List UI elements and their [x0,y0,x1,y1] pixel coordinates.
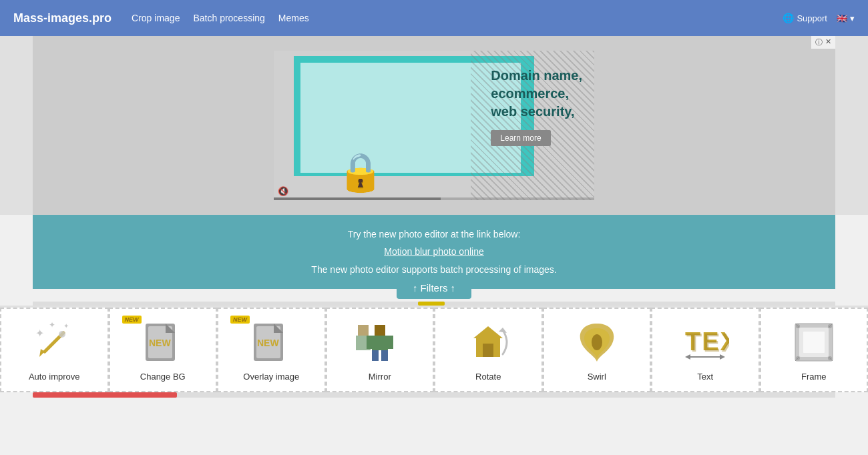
tool-rotate[interactable]: Rotate [434,308,543,392]
tool-auto-improve-label: Auto improve [29,372,80,382]
svg-rect-14 [375,325,385,336]
tool-text[interactable]: TEXT TEXT Text [651,308,760,392]
svg-rect-15 [372,336,388,350]
navbar: Mass-images.pro Crop image Batch process… [0,0,868,36]
bottom-scroll-fill [33,392,177,398]
svg-point-25 [592,334,602,350]
ad-close-icon[interactable]: ✕ [825,37,831,47]
rotate-icon [464,318,512,366]
svg-rect-33 [803,332,825,353]
nav-links: Crop image Batch processing Memes [132,13,309,23]
nav-memes[interactable]: Memes [278,13,309,23]
filters-button[interactable]: ↑ Filters ↑ [397,277,471,299]
chevron-down-icon: ▾ [850,13,855,23]
ad-mute-icon[interactable]: 🔇 [278,186,288,196]
ad-inner: 🔒 Domain name, ecommerce, web security, … [274,51,594,200]
svg-rect-19 [381,350,388,361]
svg-rect-21 [356,336,371,350]
text-icon: TEXT TEXT [681,318,729,366]
support-button[interactable]: 🌐 Support [783,13,827,23]
ad-lock-icon: 🔒 [337,153,384,191]
filters-btn-area: ↑ Filters ↑ [0,277,868,299]
ad-info-bar: ⓘ ✕ [811,36,835,49]
tool-mirror-label: Mirror [369,372,391,382]
overlay-image-icon: NEW [247,318,295,366]
bottom-scrollbar[interactable] [33,392,835,398]
svg-marker-24 [499,328,507,333]
tool-swirl[interactable]: Swirl [543,308,652,392]
mirror-icon [356,318,404,366]
svg-point-2 [59,331,65,338]
tool-mirror[interactable]: Mirror [326,308,435,392]
tool-change-bg[interactable]: NEW NEW Change BG [109,308,218,392]
tool-frame[interactable]: Frame [760,308,869,392]
overlay-new-badge: NEW [230,316,250,324]
tool-overlay-image[interactable]: NEW NEW Overlay image [217,308,326,392]
promo-link[interactable]: Motion blur photo online [384,246,483,257]
ad-info-icon: ⓘ [815,37,823,47]
svg-rect-18 [372,350,379,361]
frame-icon [790,318,838,366]
ad-headline-area: Domain name, ecommerce, web security, Le… [491,67,582,146]
auto-improve-icon: ✦ ✦ ✦ [30,318,78,366]
scroll-line-area [0,299,868,306]
ad-learn-more-button[interactable]: Learn more [491,130,550,146]
svg-text:✦: ✦ [35,328,44,339]
promo-line1: Try the new photo editor at the link bel… [46,227,822,242]
tool-frame-label: Frame [801,372,827,382]
svg-text:NEW: NEW [257,338,279,348]
svg-text:NEW: NEW [149,338,171,348]
navbar-right: 🌐 Support 🇬🇧 ▾ [783,13,855,23]
promo-line2: The new photo editor supports batch proc… [46,262,822,277]
tool-overlay-image-label: Overlay image [243,372,299,382]
change-bg-new-badge: NEW [122,316,142,324]
tools-area: ✦ ✦ ✦ Auto improve NEW NEW Change BG NEW [0,306,868,392]
tool-auto-improve[interactable]: ✦ ✦ ✦ Auto improve [0,308,109,392]
uk-flag-icon: 🇬🇧 [837,13,847,23]
globe-icon: 🌐 [783,13,794,23]
nav-crop-image[interactable]: Crop image [132,13,180,23]
svg-text:✦: ✦ [63,322,69,330]
svg-rect-17 [387,336,393,349]
scroll-line [33,302,835,306]
ad-progress-fill [274,197,441,200]
brand-logo[interactable]: Mass-images.pro [13,11,112,25]
change-bg-icon: NEW [139,318,187,366]
tool-swirl-label: Swirl [588,372,606,382]
bottom-scroll-area [0,392,868,398]
ad-headline: Domain name, ecommerce, web security, [491,67,582,121]
svg-text:TEXT: TEXT [686,329,729,357]
swirl-icon [573,318,621,366]
svg-rect-23 [483,344,493,357]
ad-container: ⓘ ✕ 🔒 Domain name, ecommerce, web securi… [33,36,835,215]
svg-rect-20 [358,325,369,336]
tool-change-bg-label: Change BG [140,372,186,382]
nav-batch-processing[interactable]: Batch processing [193,13,264,23]
tool-text-label: Text [697,372,713,382]
svg-text:✦: ✦ [49,320,55,330]
scroll-indicator [418,302,445,306]
language-selector[interactable]: 🇬🇧 ▾ [837,13,855,23]
tool-rotate-label: Rotate [475,372,501,382]
